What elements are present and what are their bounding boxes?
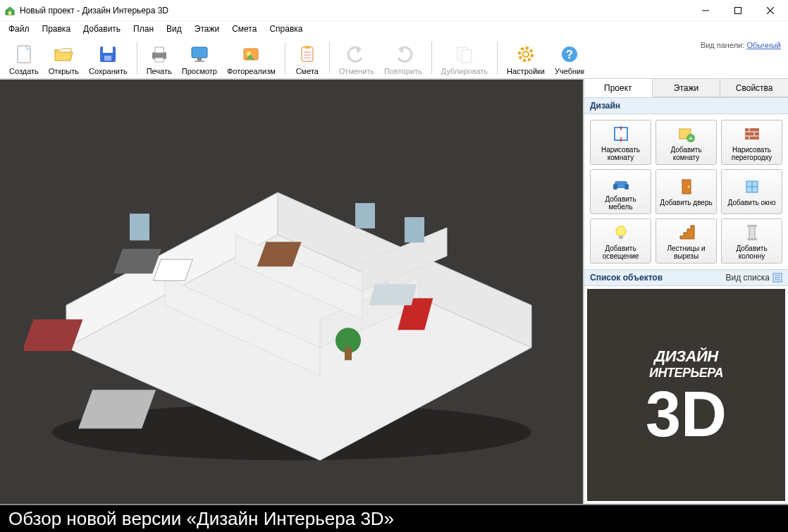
menu-edit[interactable]: Правка bbox=[37, 23, 77, 35]
toolbar-separator bbox=[285, 42, 285, 74]
maximize-button[interactable] bbox=[722, 0, 754, 21]
svg-rect-72 bbox=[747, 238, 757, 240]
menu-floors[interactable]: Этажи bbox=[189, 23, 225, 35]
stairs-icon bbox=[677, 223, 696, 242]
print-icon bbox=[148, 43, 171, 66]
menu-add[interactable]: Добавить bbox=[78, 23, 126, 35]
content-area: Проект Этажи Свойства Дизайн Нарисовать … bbox=[0, 79, 788, 504]
menu-view[interactable]: Вид bbox=[161, 23, 187, 35]
svg-rect-45 bbox=[130, 214, 149, 240]
window-icon bbox=[742, 177, 762, 197]
svg-rect-46 bbox=[355, 203, 375, 228]
svg-rect-13 bbox=[197, 58, 202, 61]
duplicate-icon bbox=[453, 43, 476, 66]
window-title: Новый проект - Дизайн Интерьера 3D bbox=[20, 6, 689, 16]
menu-file[interactable]: Файл bbox=[3, 23, 35, 35]
svg-rect-47 bbox=[405, 217, 424, 242]
promo-panel: ДИЗАЙН ИНТЕРЬЕРА 3D bbox=[587, 289, 785, 501]
toolbar-duplicate[interactable]: Дублировать bbox=[436, 38, 493, 78]
tab-project[interactable]: Проект bbox=[584, 79, 653, 97]
list-view-icon[interactable] bbox=[772, 273, 782, 283]
sofa-icon bbox=[611, 173, 631, 193]
brick-wall-icon bbox=[742, 124, 762, 144]
svg-rect-62 bbox=[624, 184, 629, 190]
undo-icon bbox=[345, 43, 368, 66]
svg-rect-18 bbox=[304, 46, 310, 49]
design-button-grid: Нарисовать комнату + Добавить комнату На… bbox=[584, 114, 788, 269]
gear-icon bbox=[515, 43, 537, 66]
save-icon bbox=[97, 43, 119, 66]
svg-rect-61 bbox=[613, 184, 617, 190]
monitor-icon bbox=[188, 43, 211, 66]
svg-rect-8 bbox=[104, 56, 111, 61]
clipboard-icon bbox=[296, 43, 319, 66]
door-icon bbox=[677, 177, 696, 197]
toolbar-separator bbox=[137, 42, 137, 74]
minimize-button[interactable] bbox=[689, 0, 722, 21]
btn-add-room[interactable]: + Добавить комнату bbox=[655, 120, 717, 165]
3d-viewport[interactable] bbox=[0, 79, 584, 504]
btn-add-window[interactable]: Добавить окно bbox=[721, 169, 782, 214]
svg-point-25 bbox=[523, 51, 529, 57]
svg-rect-69 bbox=[619, 235, 623, 239]
toolbar-open[interactable]: Открыть bbox=[44, 38, 84, 78]
new-file-icon bbox=[13, 43, 35, 66]
tab-properties[interactable]: Свойства bbox=[720, 79, 788, 97]
column-icon bbox=[742, 223, 762, 242]
svg-text:+: + bbox=[689, 135, 693, 142]
toolbar: Создать Открыть Сохранить Печать Просмот… bbox=[0, 37, 788, 79]
lightbulb-icon bbox=[611, 223, 631, 242]
svg-rect-14 bbox=[195, 61, 204, 62]
toolbar-separator bbox=[497, 42, 498, 74]
folder-open-icon bbox=[52, 43, 75, 66]
svg-rect-10 bbox=[155, 47, 164, 53]
toolbar-print[interactable]: Печать bbox=[142, 38, 177, 78]
svg-rect-42 bbox=[345, 347, 352, 360]
toolbar-estimate[interactable]: Смета bbox=[290, 38, 325, 78]
btn-add-furniture[interactable]: Добавить мебель bbox=[590, 169, 651, 214]
svg-rect-71 bbox=[747, 225, 757, 227]
menu-plan[interactable]: План bbox=[128, 23, 159, 35]
close-button[interactable] bbox=[754, 0, 787, 21]
toolbar-new[interactable]: Создать bbox=[4, 38, 44, 78]
panel-mode-link[interactable]: Обычный bbox=[746, 41, 781, 49]
object-list-header: Список объектов Вид списка bbox=[584, 269, 788, 286]
svg-point-64 bbox=[687, 186, 689, 188]
svg-rect-0 bbox=[8, 11, 11, 15]
side-panel: Проект Этажи Свойства Дизайн Нарисовать … bbox=[584, 79, 788, 504]
svg-rect-7 bbox=[103, 47, 113, 53]
btn-add-lighting[interactable]: Добавить освещение bbox=[590, 218, 651, 264]
tab-floors[interactable]: Этажи bbox=[653, 79, 721, 97]
svg-rect-23 bbox=[462, 50, 472, 63]
toolbar-settings[interactable]: Настройки bbox=[502, 38, 550, 78]
toolbar-photorealism[interactable]: Фотореализм bbox=[222, 38, 281, 78]
svg-text:?: ? bbox=[566, 49, 573, 61]
menu-bar: Файл Правка Добавить План Вид Этажи Смет… bbox=[0, 21, 788, 37]
floorplan-preview bbox=[24, 94, 560, 474]
btn-stairs-cutouts[interactable]: Лестницы и вырезы bbox=[655, 218, 717, 264]
add-room-icon: + bbox=[677, 124, 696, 144]
object-list-viewmode-label: Вид списка bbox=[726, 273, 770, 283]
toolbar-preview[interactable]: Просмотр bbox=[177, 38, 222, 78]
toolbar-redo[interactable]: Повторить bbox=[379, 38, 427, 78]
svg-rect-70 bbox=[749, 226, 755, 239]
svg-point-68 bbox=[616, 226, 626, 236]
btn-draw-room[interactable]: Нарисовать комнату bbox=[590, 120, 651, 165]
toolbar-save[interactable]: Сохранить bbox=[84, 38, 133, 78]
btn-add-column[interactable]: Добавить колонну bbox=[721, 218, 782, 264]
footer-caption: Обзор новой версии «Дизайн Интерьера 3D» bbox=[0, 504, 788, 532]
menu-help[interactable]: Справка bbox=[264, 23, 308, 35]
btn-add-door[interactable]: Добавить дверь bbox=[655, 169, 717, 214]
svg-rect-2 bbox=[735, 7, 741, 13]
toolbar-undo[interactable]: Отменить bbox=[334, 38, 379, 78]
toolbar-separator bbox=[431, 42, 432, 74]
help-icon: ? bbox=[558, 43, 581, 66]
btn-draw-partition[interactable]: Нарисовать перегородку bbox=[721, 120, 782, 165]
sidepanel-tabs: Проект Этажи Свойства bbox=[584, 79, 788, 97]
toolbar-separator bbox=[329, 42, 330, 74]
toolbar-tutorial[interactable]: ? Учебник bbox=[550, 38, 589, 78]
app-icon bbox=[4, 5, 16, 16]
render-icon bbox=[240, 43, 262, 66]
menu-estimate[interactable]: Смета bbox=[226, 23, 262, 35]
redo-icon bbox=[392, 43, 414, 66]
